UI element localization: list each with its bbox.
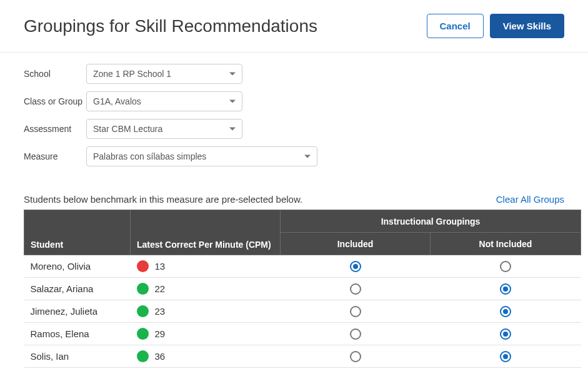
status-dot-icon — [137, 283, 149, 295]
measure-dropdown[interactable]: Palabras con sílabas simples — [86, 146, 317, 166]
status-dot-icon — [137, 328, 149, 340]
subhead-text: Students below benchmark in this measure… — [24, 194, 302, 205]
not-included-radio[interactable] — [500, 261, 511, 272]
included-radio[interactable] — [350, 351, 361, 362]
col-group-header: Instructional Groupings — [281, 210, 581, 233]
not-included-radio[interactable] — [500, 306, 511, 317]
col-notincluded-header: Not Included — [431, 233, 581, 255]
status-dot-icon — [137, 260, 149, 272]
assessment-label: Assessment — [24, 124, 86, 134]
cpm-value: 13 — [155, 261, 166, 272]
cpm-value: 23 — [155, 306, 166, 317]
student-name: Ramos, Elena — [24, 323, 131, 345]
chevron-down-icon — [304, 155, 311, 158]
included-radio[interactable] — [350, 283, 361, 295]
school-label: School — [24, 69, 86, 79]
assessment-dropdown[interactable]: Star CBM Lectura — [86, 119, 242, 139]
clear-all-groups-link[interactable]: Clear All Groups — [496, 194, 564, 205]
cpm-cell: 36 — [131, 345, 281, 368]
table-row: Moreno, Olivia13 — [24, 255, 581, 278]
student-name: Salazar, Ariana — [24, 278, 131, 300]
included-radio[interactable] — [350, 328, 361, 340]
assessment-value: Star CBM Lectura — [93, 124, 162, 134]
cpm-cell: 29 — [131, 323, 281, 345]
status-dot-icon — [137, 305, 149, 317]
cpm-cell: 13 — [131, 255, 281, 278]
cpm-value: 29 — [155, 328, 166, 339]
col-cpm-header: Latest Correct Per Minute (CPM) — [131, 210, 281, 255]
page-title: Groupings for Skill Recommendations — [24, 16, 317, 36]
col-student-header: Student — [24, 210, 131, 255]
school-value: Zone 1 RP School 1 — [93, 69, 171, 79]
school-dropdown[interactable]: Zone 1 RP School 1 — [86, 64, 242, 84]
chevron-down-icon — [229, 100, 236, 103]
not-included-radio[interactable] — [500, 283, 511, 295]
measure-label: Measure — [24, 151, 86, 161]
student-name: Jimenez, Julieta — [24, 300, 131, 323]
table-row: Jimenez, Julieta23 — [24, 300, 581, 323]
student-name: Solis, Ian — [24, 345, 131, 368]
table-row: Solis, Ian36 — [24, 345, 581, 368]
measure-value: Palabras con sílabas simples — [93, 151, 206, 161]
class-dropdown[interactable]: G1A, Avalos — [86, 91, 242, 111]
cancel-button[interactable]: Cancel — [427, 14, 484, 38]
not-included-radio[interactable] — [500, 351, 511, 362]
table-row: Salazar, Ariana22 — [24, 278, 581, 300]
cpm-cell: 23 — [131, 300, 281, 323]
col-included-header: Included — [281, 233, 431, 255]
chevron-down-icon — [229, 128, 236, 131]
student-name: Moreno, Olivia — [24, 255, 131, 278]
view-skills-button[interactable]: View Skills — [490, 14, 564, 38]
included-radio[interactable] — [350, 306, 361, 317]
class-label: Class or Group — [24, 96, 86, 106]
table-row: Ramos, Elena29 — [24, 323, 581, 345]
cpm-value: 22 — [155, 283, 166, 294]
cpm-value: 36 — [155, 351, 166, 362]
cpm-cell: 22 — [131, 278, 281, 300]
included-radio[interactable] — [350, 261, 361, 272]
not-included-radio[interactable] — [500, 328, 511, 340]
class-value: G1A, Avalos — [93, 96, 141, 106]
status-dot-icon — [137, 350, 149, 362]
students-table: Student Latest Correct Per Minute (CPM) … — [24, 210, 581, 368]
chevron-down-icon — [229, 73, 236, 76]
